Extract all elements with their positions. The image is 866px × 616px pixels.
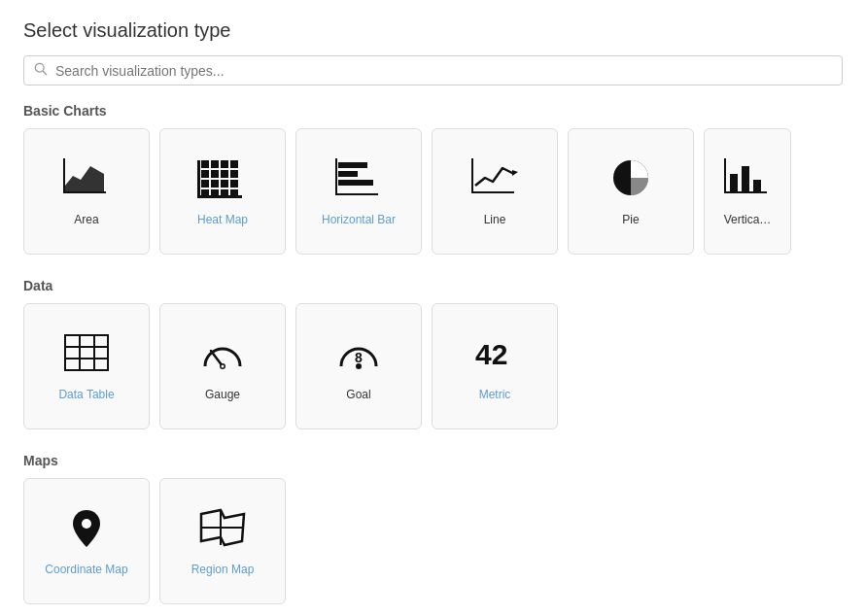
svg-rect-35 (742, 166, 749, 191)
card-label-region-map: Region Map (191, 563, 255, 576)
goal-icon: 8 (333, 331, 384, 378)
card-label-metric: Metric (479, 388, 511, 401)
area-icon (61, 156, 112, 203)
card-label-vertical-bar: Vertica… (724, 213, 772, 226)
region-map-icon (197, 506, 248, 553)
svg-rect-33 (724, 191, 767, 193)
svg-point-44 (222, 365, 225, 368)
section-basic-charts: Basic Charts Area (23, 103, 843, 255)
svg-rect-12 (230, 170, 238, 178)
card-region-map[interactable]: Region Map (159, 478, 286, 604)
svg-rect-17 (201, 189, 209, 195)
card-area[interactable]: Area (23, 128, 150, 255)
section-label-basic-charts: Basic Charts (23, 103, 843, 119)
svg-rect-26 (338, 171, 358, 177)
svg-rect-7 (221, 160, 228, 168)
svg-rect-5 (201, 160, 209, 168)
svg-rect-14 (211, 180, 219, 188)
card-line[interactable]: Line (432, 128, 558, 255)
svg-rect-27 (338, 180, 373, 186)
svg-rect-16 (230, 180, 238, 188)
svg-rect-13 (201, 180, 209, 188)
svg-rect-8 (230, 160, 238, 168)
vertical-bar-icon (722, 156, 773, 203)
svg-rect-2 (63, 158, 65, 193)
section-label-maps: Maps (23, 453, 843, 468)
svg-rect-37 (65, 335, 108, 370)
card-gauge[interactable]: Gauge (159, 303, 286, 429)
maps-row: Coordinate Map Region Map (23, 478, 843, 604)
svg-rect-10 (211, 170, 219, 178)
card-label-heatmap: Heat Map (197, 213, 248, 226)
line-icon (469, 156, 520, 203)
svg-rect-3 (63, 191, 106, 193)
svg-line-1 (43, 71, 47, 75)
search-input[interactable] (55, 63, 832, 79)
svg-text:42: 42 (475, 338, 507, 370)
card-label-pie: Pie (622, 213, 639, 226)
svg-rect-28 (471, 158, 473, 193)
svg-marker-30 (512, 170, 518, 176)
card-label-goal: Goal (346, 388, 370, 401)
section-data: Data Data Table (23, 278, 843, 429)
svg-rect-18 (211, 189, 219, 195)
section-maps: Maps Coordinate Map Region M (23, 453, 843, 604)
svg-rect-23 (335, 158, 337, 195)
svg-rect-29 (471, 191, 514, 193)
pie-icon (606, 156, 656, 203)
card-coordinate-map[interactable]: Coordinate Map (23, 478, 150, 604)
card-data-table[interactable]: Data Table (23, 303, 150, 429)
card-label-line: Line (484, 213, 506, 226)
card-label-horizontal-bar: Horizontal Bar (322, 213, 396, 226)
svg-rect-34 (730, 174, 738, 191)
horizontal-bar-icon (333, 156, 384, 203)
heatmap-icon (197, 156, 248, 203)
svg-rect-22 (197, 195, 242, 198)
page-title: Select visualization type (23, 19, 843, 42)
svg-rect-9 (201, 170, 209, 178)
basic-charts-row: Area (23, 128, 843, 255)
svg-rect-19 (221, 189, 228, 195)
card-goal[interactable]: 8 Goal (295, 303, 422, 429)
data-table-icon (61, 331, 112, 378)
card-heatmap[interactable]: Heat Map (159, 128, 286, 255)
card-label-gauge: Gauge (205, 388, 240, 401)
svg-rect-21 (197, 160, 200, 195)
gauge-icon (197, 331, 248, 378)
svg-rect-32 (724, 158, 726, 193)
svg-rect-24 (335, 193, 378, 195)
svg-rect-11 (221, 170, 228, 178)
metric-icon: 42 (469, 331, 520, 378)
card-pie[interactable]: Pie (568, 128, 694, 255)
data-row: Data Table Gauge 8 (23, 303, 843, 429)
card-horizontal-bar[interactable]: Horizontal Bar (295, 128, 422, 255)
search-container (23, 55, 843, 86)
card-label-coordinate-map: Coordinate Map (45, 563, 127, 576)
svg-point-48 (82, 519, 91, 529)
section-label-data: Data (23, 278, 843, 293)
search-icon (34, 62, 48, 79)
svg-rect-15 (221, 180, 228, 188)
svg-text:8: 8 (355, 350, 363, 365)
svg-rect-36 (753, 180, 761, 191)
svg-rect-6 (211, 160, 219, 168)
svg-marker-4 (65, 166, 104, 191)
card-metric[interactable]: 42 Metric (432, 303, 558, 429)
card-label-data-table: Data Table (58, 388, 114, 401)
card-label-area: Area (74, 213, 98, 226)
card-vertical-bar[interactable]: Vertica… (704, 128, 791, 255)
svg-rect-20 (230, 189, 238, 195)
svg-rect-25 (338, 162, 367, 168)
coordinate-map-icon (61, 506, 112, 553)
